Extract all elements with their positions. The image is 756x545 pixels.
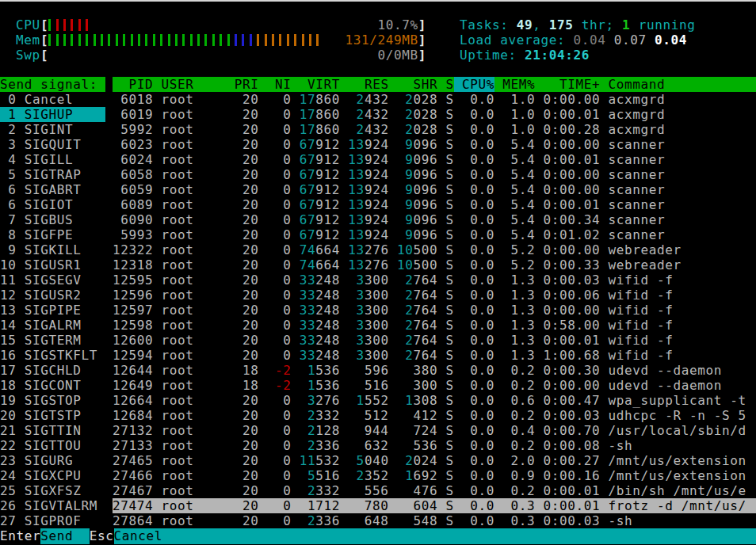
signal-item-sigstkflt[interactable]: 16 SIGSTKFLT: [0, 348, 105, 363]
col-ni[interactable]: NI: [259, 77, 292, 92]
signal-item-sigusr1[interactable]: 10 SIGUSR1: [0, 257, 105, 272]
signal-item-sigabrt[interactable]: 6 SIGABRT: [0, 182, 105, 197]
blue-tick: [235, 34, 237, 46]
process-row-6019[interactable]: 6019 root 20 0 17860 2432 2028 S 0.0 1.0…: [113, 107, 756, 122]
process-row-12596[interactable]: 12596 root 20 0 33248 3300 2764 S 0.0 1.…: [113, 288, 756, 303]
process-row-6059[interactable]: 6059 root 20 0 67912 13924 9096 S 0.0 5.…: [113, 182, 756, 197]
meters-column: CPU[10.7%]Mem[131/249MB]Swp[0/0MB]: [16, 17, 426, 63]
process-row-27133[interactable]: 27133 root 20 0 2336 632 536 S 0.0 0.2 0…: [113, 438, 756, 453]
process-row-5992[interactable]: 5992 root 20 0 17860 2432 2028 S 0.0 1.0…: [113, 122, 756, 137]
process-row-6023[interactable]: 6023 root 20 0 67912 13924 9096 S 0.0 5.…: [113, 137, 756, 152]
signal-item-sigfpe[interactable]: 8 SIGFPE: [0, 227, 105, 242]
send-signal-title: Send signal:: [0, 77, 105, 92]
swp-meter: Swp[0/0MB]: [16, 48, 426, 63]
footer-key-enter[interactable]: Enter: [0, 528, 40, 544]
orange-tick: [287, 34, 289, 46]
signal-item-sigkill[interactable]: 9 SIGKILL: [0, 242, 105, 257]
signal-item-sigttin[interactable]: 21 SIGTTIN: [0, 423, 105, 438]
threads-count: 175: [549, 17, 574, 32]
mem-meter-bar: 131/249MB: [48, 32, 418, 48]
process-row-6018[interactable]: 6018 root 20 0 17860 2432 2028 S 0.0 1.0…: [113, 92, 756, 107]
process-row-27465[interactable]: 27465 root 20 0 11532 5040 2024 S 0.0 2.…: [113, 453, 756, 468]
orange-tick: [257, 34, 259, 46]
col-pid[interactable]: PID: [113, 77, 153, 92]
signal-item-sigttou[interactable]: 22 SIGTTOU: [0, 438, 105, 453]
footer-action-send[interactable]: Send: [40, 528, 90, 544]
signal-item-sigalrm[interactable]: 14 SIGALRM: [0, 318, 105, 333]
signal-item-sigint[interactable]: 2 SIGINT: [0, 122, 105, 137]
orange-tick: [279, 34, 281, 46]
col-virt[interactable]: VIRT: [292, 77, 341, 92]
process-row-6058[interactable]: 6058 root 20 0 67912 13924 9096 S 0.0 5.…: [113, 167, 756, 182]
signal-item-sighup[interactable]: 1 SIGHUP: [0, 107, 105, 122]
process-row-12597[interactable]: 12597 root 20 0 33248 3300 2764 S 0.0 1.…: [113, 303, 756, 318]
signal-item-sigchld[interactable]: 17 SIGCHLD: [0, 363, 105, 378]
green-tick: [78, 34, 81, 46]
process-table-header[interactable]: PID USER PRI NI VIRT RES SHR S CPU% MEM%…: [113, 77, 756, 92]
signal-item-sigvtalrm[interactable]: 26 SIGVTALRM: [0, 498, 105, 513]
col-cpu-sort[interactable]: CPU%: [454, 77, 494, 92]
process-row-6024[interactable]: 6024 root 20 0 67912 13924 9096 S 0.0 5.…: [113, 152, 756, 167]
signal-item-sigstop[interactable]: 19 SIGSTOP: [0, 393, 105, 408]
process-row-27864[interactable]: 27864 root 20 0 2336 648 548 S 0.0 0.3 0…: [113, 513, 756, 528]
green-tick: [108, 34, 110, 46]
process-row-27132[interactable]: 27132 root 20 0 2128 944 724 S 0.0 0.4 0…: [113, 423, 756, 438]
process-row-27467[interactable]: 27467 root 20 0 2332 556 476 S 0.0 0.2 0…: [113, 483, 756, 498]
signal-item-sigquit[interactable]: 3 SIGQUIT: [0, 137, 105, 152]
process-row-12595[interactable]: 12595 root 20 0 33248 3300 2764 S 0.0 1.…: [113, 272, 756, 288]
process-row-5993[interactable]: 5993 root 20 0 67912 13924 9096 S 0.0 5.…: [113, 227, 756, 242]
signal-item-sigcont[interactable]: 18 SIGCONT: [0, 378, 105, 393]
green-tick: [71, 34, 73, 46]
process-row-27474[interactable]: 27474 root 20 0 1712 780 604 S 0.0 0.3 0…: [113, 498, 756, 513]
uptime-line: Uptime: 21:04:26: [460, 48, 695, 63]
process-row-27466[interactable]: 27466 root 20 0 5516 2352 1692 S 0.0 0.9…: [113, 468, 756, 483]
signal-item-sigsegv[interactable]: 11 SIGSEGV: [0, 272, 105, 288]
orange-tick: [294, 34, 296, 46]
col-time[interactable]: TIME+: [535, 77, 600, 92]
process-row-6089[interactable]: 6089 root 20 0 67912 13924 9096 S 0.0 5.…: [113, 197, 756, 212]
signal-item-cancel[interactable]: 0 Cancel: [0, 92, 105, 107]
process-row-12644[interactable]: 12644 root 18 -2 1536 596 380 S 0.0 0.2 …: [113, 363, 756, 378]
signal-item-sigbus[interactable]: 7 SIGBUS: [0, 212, 105, 227]
signal-item-sigxfsz[interactable]: 25 SIGXFSZ: [0, 483, 105, 498]
process-row-12600[interactable]: 12600 root 20 0 33248 3300 2764 S 0.0 1.…: [113, 333, 756, 348]
red-tick: [63, 19, 66, 31]
signal-item-sigtrap[interactable]: 5 SIGTRAP: [0, 167, 105, 182]
green-tick: [190, 34, 193, 46]
signal-item-sigterm[interactable]: 15 SIGTERM: [0, 333, 105, 348]
red-tick: [56, 19, 59, 31]
col-s[interactable]: S: [437, 77, 454, 92]
process-row-12318[interactable]: 12318 root 20 0 74664 13276 10500 S 0.0 …: [113, 257, 756, 272]
signal-item-sigurg[interactable]: 23 SIGURG: [0, 453, 105, 468]
footer-key-esc[interactable]: Esc: [90, 528, 114, 544]
signal-item-sigtstp[interactable]: 20 SIGTSTP: [0, 408, 105, 423]
col-mem[interactable]: MEM%: [494, 77, 535, 92]
running-label: running: [630, 17, 695, 32]
col-res[interactable]: RES: [340, 77, 389, 92]
process-row-12594[interactable]: 12594 root 20 0 33248 3300 2764 S 0.0 1.…: [113, 348, 756, 363]
col-user[interactable]: USER: [162, 77, 235, 92]
signal-item-sigusr2[interactable]: 12 SIGUSR2: [0, 288, 105, 303]
signal-item-sigpipe[interactable]: 13 SIGPIPE: [0, 303, 105, 318]
signal-item-sigxcpu[interactable]: 24 SIGXCPU: [0, 468, 105, 483]
signal-item-sigprof[interactable]: 27 SIGPROF: [0, 513, 105, 528]
process-row-12664[interactable]: 12664 root 20 0 3276 1552 1308 S 0.0 0.6…: [113, 393, 756, 408]
green-tick: [116, 34, 118, 46]
tasks-label: Tasks:: [460, 17, 517, 32]
red-tick: [78, 19, 81, 31]
green-tick: [220, 34, 222, 46]
green-tick: [168, 34, 170, 46]
process-row-12649[interactable]: 12649 root 18 -2 1536 516 300 S 0.0 0.2 …: [113, 378, 756, 393]
col-pri[interactable]: PRI: [235, 77, 259, 92]
col-shr[interactable]: SHR: [389, 77, 438, 92]
col-command[interactable]: Command: [600, 77, 665, 92]
signal-item-sigill[interactable]: 4 SIGILL: [0, 152, 105, 167]
orange-tick: [302, 34, 304, 46]
mem-meter: Mem[131/249MB]: [16, 32, 426, 48]
process-row-6090[interactable]: 6090 root 20 0 67912 13924 9096 S 0.0 5.…: [113, 212, 756, 227]
footer-action-cancel[interactable]: Cancel: [114, 528, 756, 544]
process-row-12598[interactable]: 12598 root 20 0 33248 3300 2764 S 0.0 1.…: [113, 318, 756, 333]
signal-item-sigiot[interactable]: 6 SIGIOT: [0, 197, 105, 212]
process-row-12684[interactable]: 12684 root 20 0 2332 512 412 S 0.0 0.2 0…: [113, 408, 756, 423]
process-row-12322[interactable]: 12322 root 20 0 74664 13276 10500 S 0.0 …: [113, 242, 756, 257]
